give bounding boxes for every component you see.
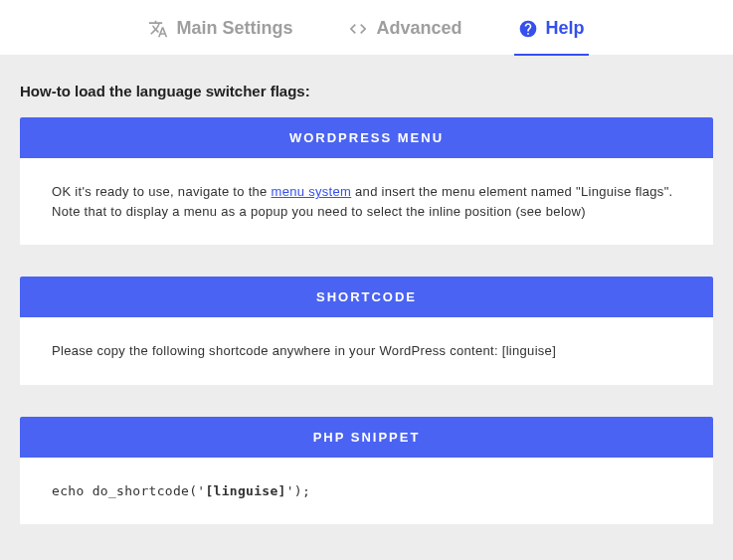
code-pre: echo do_shortcode(' [52,483,205,498]
section-shortcode: SHORTCODE Please copy the following shor… [20,277,713,385]
section-title: PHP SNIPPET [20,417,713,458]
section-title: SHORTCODE [20,277,713,317]
section-body: Please copy the following shortcode anyw… [20,317,713,385]
tab-help[interactable]: Help [518,18,585,41]
code-icon [348,19,368,39]
tab-label: Help [546,18,585,39]
tab-label: Advanced [376,18,461,39]
tab-main-settings[interactable]: Main Settings [148,18,292,41]
section-title: WORDPRESS MENU [20,117,713,158]
section-body: OK it's ready to use, navigate to the me… [20,158,713,245]
section-wordpress-menu: WORDPRESS MENU OK it's ready to use, nav… [20,117,713,245]
php-code: echo do_shortcode('[linguise]'); [52,483,310,498]
help-icon [518,19,538,39]
section-php-snippet: PHP SNIPPET echo do_shortcode('[linguise… [20,417,713,525]
code-shortcode: [linguise] [205,483,285,498]
tab-advanced[interactable]: Advanced [348,18,461,41]
intro-heading: How-to load the language switcher flags: [20,83,713,99]
menu-system-link[interactable]: menu system [272,184,352,199]
tab-label: Main Settings [176,18,292,39]
translate-icon [148,19,168,39]
code-post: '); [286,483,310,498]
section-body: echo do_shortcode('[linguise]'); [20,458,713,525]
text: OK it's ready to use, navigate to the [52,184,272,199]
content-area: How-to load the language switcher flags:… [0,55,733,560]
tabs: Main Settings Advanced Help [0,0,733,55]
